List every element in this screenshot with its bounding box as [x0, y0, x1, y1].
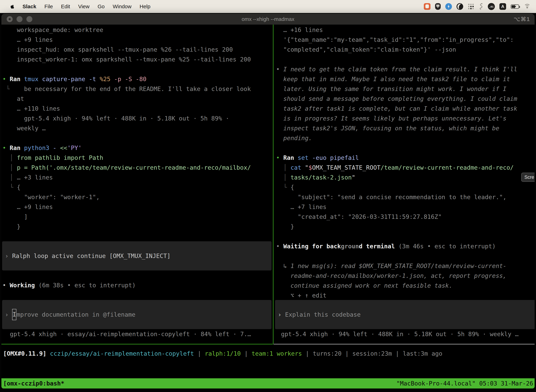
terminal-line: inspect_worker-1: omx sparkshell --tmux-… [2, 54, 272, 64]
terminal-line: at [2, 94, 272, 104]
terminal-line: │ from pathlib import Path [2, 153, 272, 163]
ralph-loop-banner: › Ralph loop active continue [OMX_TMUX_I… [2, 241, 272, 271]
menu-app-name[interactable]: Slack [23, 4, 36, 9]
squiggle-icon[interactable] [479, 3, 483, 10]
terminal-line: │ p = Path('.omx/state/team/review-curre… [2, 163, 272, 173]
terminal-line: "completed","claim_token":"claim-token"}… [276, 45, 534, 54]
tmux-status-bar[interactable]: [omx-cczip0:bash* "MacBook-Pro-44.local"… [1, 378, 535, 388]
input-placeholder: mprove documentation in @filename [17, 310, 135, 319]
pane-border-bottom-left[interactable] [1, 344, 273, 344]
terminal-line: … +16 lines [276, 25, 534, 35]
terminal-line: • Waiting for background terminal (3m 46… [276, 241, 534, 251]
battery-charging-icon[interactable] [511, 5, 519, 9]
terminal-line: … +110 lines [2, 104, 272, 113]
terminal-line: later. Using the same for transition mig… [276, 84, 534, 94]
terminal-line: continue assigned work or next feasible … [276, 281, 534, 290]
menu-item-view[interactable]: View [78, 4, 89, 9]
terminal-line [276, 54, 534, 64]
pane-border-bottom-right[interactable] [273, 344, 535, 344]
terminal-line: … +9 lines [2, 35, 272, 45]
status-icons: ..61 A [424, 3, 536, 10]
window-titlebar[interactable]: omx --xhigh --madmax ⌥⌘1 [1, 14, 535, 25]
terminal-line: } [2, 222, 272, 232]
tmux-host-clock: "MacBook-Pro-44.local" 05:03 31-Mar-26 [396, 378, 535, 388]
window-title: omx --xhigh --madmax [1, 16, 535, 22]
menu-item-file[interactable]: File [44, 4, 53, 9]
left-prompt-input[interactable]: › Improve documentation in @filename [2, 300, 272, 329]
terminal-line: │ tasks/task-2.json" [276, 173, 534, 182]
terminal-line: ↳ 1 new msg(s): read $OMX_TEAM_STATE_ROO… [276, 261, 534, 271]
input-A-icon[interactable]: A [499, 3, 506, 10]
terminal-line: weekly … [2, 123, 272, 133]
terminal-line: pending. [276, 133, 534, 143]
terminal-line: … +7 lines [276, 202, 534, 212]
terminal-line: • I need to get the claim token from the… [276, 64, 534, 74]
dots-grid-icon[interactable] [468, 3, 474, 10]
menu-item-edit[interactable]: Edit [61, 4, 70, 9]
terminal-line: is in progress? It seems likely but perh… [276, 113, 534, 123]
screen-tooltip: Scre [521, 173, 535, 182]
window-shortcut-hint: ⌥⌘1 [514, 16, 530, 23]
left-pane-status: gpt-5.4 xhigh · essay/ai-reimplementatio… [10, 329, 251, 339]
pane-divider-vertical[interactable] [273, 25, 273, 344]
terminal-line: should send a message before completing … [276, 94, 534, 104]
terminal-line [2, 133, 272, 143]
terminal-line: "created_at": "2026-03-31T11:59:27.816Z" [276, 212, 534, 222]
terminal-line: inspect_hud: omx sparkshell --tmux-pane … [2, 45, 272, 54]
bolt-blue-icon[interactable] [445, 3, 452, 10]
menu-items: FileEditViewGoWindowHelp [44, 4, 150, 9]
text-cursor: I [12, 309, 16, 320]
terminal-line: } [276, 222, 534, 232]
terminal-line: │ … +3 lines [2, 173, 272, 182]
right-pane-status: gpt-5.4 xhigh · 94% left · 488K in · 5.1… [281, 329, 534, 339]
working-status-line: • Working (6m 38s • esc to interrupt) [2, 280, 136, 290]
terminal-line: • Ran tmux capture-pane -t %25 -p -S -80 [2, 74, 272, 84]
terminal-line [276, 232, 534, 241]
terminal-content[interactable]: workspace_mode: worktree … +9 lines insp… [1, 25, 535, 388]
terminal-line: readme-and-reco/mailbox/worker-1.json, a… [276, 271, 534, 281]
terminal-line: └ { [276, 182, 534, 192]
terminal-line: inspect task2's JSON, focusing on the st… [276, 123, 534, 133]
shield-icon[interactable] [435, 3, 441, 10]
terminal-line: keep that in mind. Maybe I also need the… [276, 74, 534, 84]
menu-item-help[interactable]: Help [140, 4, 151, 9]
terminal-window: omx --xhigh --madmax ⌥⌘1 workspace_mode:… [1, 14, 535, 388]
apple-logo-icon[interactable] [10, 4, 14, 9]
terminal-line: workspace_mode: worktree [2, 25, 272, 35]
menu-bar: Slack FileEditViewGoWindowHelp ..61 A [0, 0, 536, 13]
terminal-line: └ be necessary for the end of the README… [2, 84, 272, 94]
terminal-line: task2 after task1 is complete, but can I… [276, 104, 534, 113]
menu-item-window[interactable]: Window [113, 4, 132, 9]
crescent-icon[interactable] [456, 3, 463, 10]
terminal-line: • Ran set -euo pipefail [276, 153, 534, 163]
badge-61-icon[interactable]: ..61 [488, 3, 495, 10]
menu-bar-left: Slack FileEditViewGoWindowHelp [0, 4, 150, 9]
omx-hud-status: [OMX#0.11.9] cczip/essay/ai-reimplementa… [3, 349, 442, 359]
terminal-line: '{"team_name":"my-team","task_id":"1","f… [276, 35, 534, 45]
prompt-chevron-icon: › [5, 310, 12, 319]
terminal-line [2, 64, 272, 74]
terminal-line: "subject": "send a concise recommendatio… [276, 192, 534, 202]
terminal-line: ] [2, 212, 272, 222]
right-pane: … +16 lines '{"team_name":"my-team","tas… [276, 25, 534, 300]
menu-item-go[interactable]: Go [98, 4, 105, 9]
terminal-line: … +9 lines [2, 202, 272, 212]
left-pane: workspace_mode: worktree … +9 lines insp… [2, 25, 272, 232]
right-prompt-input[interactable]: › Explain this codebase [275, 300, 535, 329]
terminal-line: └ { [2, 182, 272, 192]
terminal-line: "worker": "worker-1", [2, 192, 272, 202]
wifi-icon[interactable] [524, 4, 531, 9]
terminal-line: • Ran python3 - <<'PY' [2, 143, 272, 153]
terminal-line: ⌥ + ↑ edit [276, 290, 534, 300]
terminal-line [276, 143, 534, 153]
terminal-line: gpt-5.4 xhigh · 94% left · 488K in · 5.1… [2, 113, 272, 123]
terminal-line: │ cat "$OMX_TEAM_STATE_ROOT/team/review-… [276, 163, 534, 173]
chat-orange-icon[interactable] [424, 3, 431, 10]
terminal-line [276, 251, 534, 261]
tmux-session-name[interactable]: [omx-cczip0:bash* [1, 378, 64, 388]
